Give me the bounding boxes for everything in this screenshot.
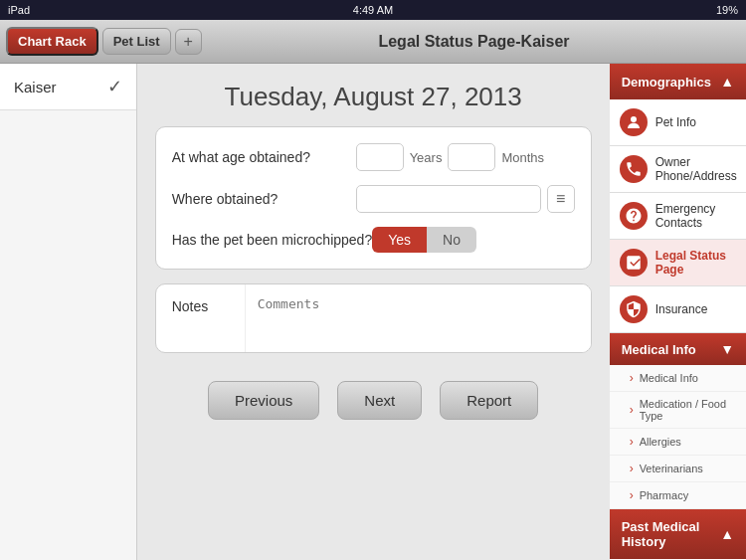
- bullet-medical-info: ›: [630, 371, 634, 385]
- age-label: At what age obtained?: [172, 149, 356, 165]
- past-medical-history-header[interactable]: Past Medical History ▲: [610, 509, 746, 559]
- page-title: Legal Status Page-Kaiser: [202, 33, 746, 51]
- sidebar-item-legal-status[interactable]: Legal Status Page: [610, 240, 746, 286]
- main-layout: Kaiser ✓ Tuesday, August 27, 2013 At wha…: [0, 64, 746, 560]
- allergies-label: Allergies: [640, 436, 681, 448]
- status-time: 4:49 AM: [353, 4, 393, 16]
- demographics-title: Demographics: [622, 75, 711, 90]
- status-left: iPad: [8, 4, 30, 16]
- bullet-pharmacy: ›: [630, 488, 634, 502]
- medication-label: Medication / Food Type: [640, 398, 736, 422]
- past-medical-chevron: ▲: [720, 526, 734, 542]
- left-sidebar: Kaiser ✓: [0, 64, 137, 560]
- where-label: Where obtained?: [172, 191, 356, 207]
- past-medical-history-title: Past Medical History: [622, 519, 721, 549]
- nav-left: Chart Rack Pet List +: [0, 27, 202, 56]
- form-card: At what age obtained? Years Months Where…: [155, 126, 592, 270]
- years-unit: Years: [410, 150, 443, 165]
- emergency-icon: [620, 202, 648, 230]
- demographics-header[interactable]: Demographics ▲: [610, 64, 746, 99]
- microchip-row: Has the pet been microchipped? Yes No: [172, 227, 575, 253]
- list-icon[interactable]: ≡: [547, 185, 575, 213]
- insurance-icon: [620, 295, 648, 323]
- veterinarians-label: Veterinarians: [640, 463, 703, 474]
- sidebar-item-insurance[interactable]: Insurance: [610, 286, 746, 333]
- pharmacy-label: Pharmacy: [640, 489, 689, 501]
- notes-card: Notes: [155, 283, 592, 353]
- sidebar-item-emergency-contacts[interactable]: Emergency Contacts: [610, 193, 746, 240]
- sidebar-sub-medical-info[interactable]: › Medical Info: [610, 365, 746, 392]
- previous-button[interactable]: Previous: [208, 381, 319, 420]
- bottom-buttons: Previous Next Report: [137, 367, 610, 430]
- notes-input[interactable]: [246, 284, 591, 352]
- emergency-contacts-label: Emergency Contacts: [655, 202, 736, 230]
- medical-info-header[interactable]: Medical Info ▼: [610, 333, 746, 365]
- owner-phone-label: Owner Phone/Address: [655, 155, 737, 183]
- phone-icon: [620, 155, 648, 183]
- bullet-medication: ›: [630, 403, 634, 417]
- medical-info-chevron: ▼: [720, 341, 734, 357]
- status-device: iPad: [8, 4, 30, 16]
- add-button[interactable]: +: [175, 29, 202, 55]
- age-months-input[interactable]: [448, 143, 495, 171]
- report-button[interactable]: Report: [440, 381, 538, 420]
- insurance-label: Insurance: [655, 302, 708, 316]
- pet-item-kaiser[interactable]: Kaiser ✓: [0, 64, 136, 110]
- status-right: 19%: [716, 4, 738, 16]
- sidebar-item-pet-info[interactable]: Pet Info: [610, 99, 746, 146]
- svg-point-0: [631, 116, 637, 122]
- age-row: At what age obtained? Years Months: [172, 143, 575, 171]
- next-button[interactable]: Next: [337, 381, 422, 420]
- microchip-yes-button[interactable]: Yes: [372, 227, 427, 253]
- chart-rack-button[interactable]: Chart Rack: [6, 27, 98, 56]
- sidebar-item-owner-phone[interactable]: Owner Phone/Address: [610, 146, 746, 193]
- selected-checkmark: ✓: [107, 76, 122, 97]
- notes-label: Notes: [156, 284, 246, 352]
- months-unit: Months: [501, 150, 544, 165]
- microchip-label: Has the pet been microchipped?: [172, 232, 373, 248]
- demographics-chevron: ▲: [720, 74, 734, 90]
- sidebar-sub-medication[interactable]: › Medication / Food Type: [610, 392, 746, 429]
- sidebar-sub-veterinarians[interactable]: › Veterinarians: [610, 456, 746, 482]
- where-row: Where obtained? ≡: [172, 185, 575, 213]
- nav-bar: Chart Rack Pet List + Legal Status Page-…: [0, 20, 746, 64]
- sidebar-sub-pharmacy[interactable]: › Pharmacy: [610, 482, 746, 509]
- pet-info-label: Pet Info: [655, 115, 696, 129]
- medical-info-sub-label: Medical Info: [640, 372, 698, 384]
- date-header: Tuesday, August 27, 2013: [137, 64, 610, 126]
- status-bar: iPad 4:49 AM 19%: [0, 0, 746, 20]
- legal-icon: [620, 249, 648, 277]
- status-battery: 19%: [716, 4, 738, 16]
- microchip-toggle[interactable]: Yes No: [372, 227, 476, 253]
- right-sidebar: Demographics ▲ Pet Info Owner Phone/Addr…: [610, 64, 746, 560]
- pet-name: Kaiser: [14, 79, 57, 95]
- center-content: Tuesday, August 27, 2013 At what age obt…: [137, 64, 610, 560]
- sidebar-sub-allergies[interactable]: › Allergies: [610, 429, 746, 456]
- pet-info-icon: [620, 108, 648, 136]
- medical-info-title: Medical Info: [622, 342, 696, 357]
- microchip-no-button[interactable]: No: [427, 227, 476, 253]
- where-input[interactable]: [356, 185, 541, 213]
- legal-status-label: Legal Status Page: [655, 249, 736, 277]
- pet-list-button[interactable]: Pet List: [102, 28, 171, 55]
- age-years-input[interactable]: [356, 143, 404, 171]
- bullet-veterinarians: ›: [630, 462, 634, 475]
- bullet-allergies: ›: [630, 435, 634, 449]
